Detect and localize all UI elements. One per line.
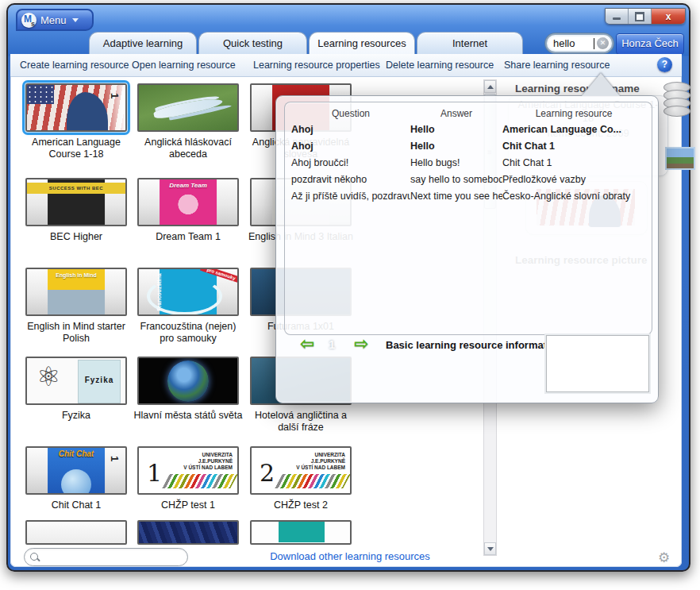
column-answer: Answer [410, 106, 502, 121]
resource-card[interactable]: Hlavní města států světa [132, 357, 244, 422]
page-number: 1 [329, 337, 335, 351]
cover-dream-team: Dream Team [139, 179, 237, 225]
results-list: Question Answer Learning resource AhojHe… [284, 102, 652, 335]
resource-title: BEC Higher [20, 231, 133, 243]
result-row[interactable]: AhojHelloChit Chat 1 [285, 138, 652, 155]
cover-eim-starter: English in Mind [27, 269, 125, 314]
resource-title: Dream Team 1 [132, 231, 244, 243]
cover-chit-chat: Chit Chat [27, 448, 125, 493]
resource-card[interactable]: English in Mind English in Mind starter … [20, 268, 133, 345]
resource-thumbnail [25, 520, 127, 545]
cover-chzp-2: 2 UNIVERZITA J.E.PURKYNĚ V ÚSTÍ NAD LABE… [252, 448, 350, 493]
database-icon[interactable] [663, 82, 692, 117]
chevron-down-icon [72, 18, 79, 22]
toolbar-create-resource[interactable]: Create learning resource [20, 54, 129, 76]
resource-thumbnail: SUCCESS WITH BEC [25, 178, 127, 226]
resource-title: English in Mind starter Polish [20, 321, 133, 345]
toolbar-open-resource[interactable]: Open learning resource [132, 54, 236, 76]
resource-card[interactable]: 2 UNIVERZITA J.E.PURKYNĚ V ÚSTÍ NAD LABE… [244, 446, 357, 511]
clear-search-icon[interactable]: ✕ [597, 37, 609, 49]
resource-card[interactable]: 1 American Language Course 1-18 [20, 83, 133, 160]
resource-thumbnail: Chit Chat 1 [25, 446, 127, 495]
menu-button[interactable]: M s Menu [16, 9, 94, 31]
resource-thumbnail: ⚛ Fyzika [25, 357, 127, 405]
resource-thumbnail [137, 83, 239, 132]
resource-card[interactable]: ⚛ Fyzika Fyzika [20, 357, 133, 422]
tab-adaptive-learning[interactable]: Adaptive learning [89, 32, 197, 54]
resource-title: Francouzština (nejen) pro samouky [132, 321, 244, 345]
popup-callout-arrow [582, 73, 620, 96]
sidebar-name-label: Learning resource name [515, 83, 640, 94]
tab-learning-resources[interactable]: Learning resources [309, 32, 415, 54]
resource-thumbnail [137, 520, 239, 545]
popup-navigation: ⇦ 1 ⇨ Basic learning resource informatio… [284, 336, 651, 399]
result-row[interactable]: Až ji příště uvidíš, pozdravu...Next tim… [285, 188, 652, 205]
tab-quick-testing[interactable]: Quick testing [198, 32, 307, 54]
cover-bec-book: SUCCESS WITH BEC [27, 179, 125, 225]
photo-thumbnail[interactable] [665, 147, 695, 170]
next-page-icon[interactable]: ⇨ [354, 336, 368, 352]
resource-card[interactable]: Dream Team Dream Team 1 [132, 178, 244, 243]
column-resource: Learning resource [502, 106, 645, 121]
resource-thumbnail: English in Mind [25, 268, 127, 316]
window-controls: x [605, 8, 686, 25]
resource-title: Hlavní města států světa [132, 410, 244, 422]
cover-airplane [139, 85, 237, 130]
resource-card[interactable] [20, 520, 133, 545]
result-row[interactable]: Ahoj broučci!Hello bugs!Chit Chat 1 [285, 155, 652, 172]
user-account-button[interactable]: Honza Čech [616, 33, 684, 55]
resource-card[interactable]: Francouzština pro samouky Francouzština … [132, 268, 244, 345]
app-window: M s Menu x Adaptive learning Quick testi… [0, 0, 700, 590]
resource-thumbnail: Dream Team [137, 178, 239, 226]
resource-thumbnail: 1 [25, 83, 127, 132]
results-header-row: Question Answer Learning resource [285, 106, 652, 121]
toolbar-resource-properties[interactable]: Learning resource properties [253, 54, 380, 76]
cover-chzp-1: 1 UNIVERZITA J.E.PURKYNĚ V ÚSTÍ NAD LABE… [139, 448, 237, 493]
search-input[interactable] [553, 37, 594, 49]
resource-thumbnail [137, 357, 239, 405]
resource-thumbnail [250, 520, 352, 545]
resource-card[interactable]: SUCCESS WITH BEC BEC Higher [20, 178, 133, 243]
column-question: Question [291, 106, 410, 121]
resource-title: American Language Course 1-18 [20, 137, 133, 160]
resource-title: CHŽP test 1 [132, 499, 244, 511]
restore-button[interactable] [629, 9, 652, 24]
menu-label: Menu [40, 14, 67, 26]
close-button[interactable]: x [652, 9, 685, 24]
close-icon: x [666, 11, 671, 22]
app-logo-icon: M s [21, 13, 37, 28]
minimize-icon [613, 17, 621, 20]
basic-info-label: Basic learning resource information [386, 339, 563, 351]
result-row[interactable]: AhojHelloAmerican Language Co... [285, 121, 652, 138]
cover-earth [139, 358, 237, 403]
tab-internet[interactable]: Internet [417, 32, 523, 54]
search-box: ✕ [545, 33, 613, 53]
resource-card[interactable] [132, 520, 244, 545]
help-icon[interactable]: ? [657, 57, 672, 72]
cover-french-book: Francouzština pro samouky [139, 269, 237, 314]
resource-title: Anglická hláskovací abeceda [132, 137, 244, 160]
atom-icon: ⚛ [37, 363, 60, 390]
scroll-up-button[interactable] [484, 80, 496, 93]
arrow-up-icon [487, 85, 494, 89]
result-row[interactable]: pozdravit někohosay hello to somebodyPře… [285, 172, 652, 188]
restore-icon [635, 12, 644, 21]
resource-title: Chit Chat 1 [20, 499, 133, 511]
prev-page-icon[interactable]: ⇦ [300, 336, 314, 352]
resource-title: CHŽP test 2 [244, 499, 357, 511]
resource-title: Hotelová angličtina a další fráze [244, 410, 357, 434]
toolbar-delete-resource[interactable]: Delete learning resource [386, 54, 494, 76]
resource-card[interactable]: Anglická hláskovací abeceda [132, 83, 244, 160]
minimize-button[interactable] [606, 9, 629, 24]
cover-american-flag [27, 85, 125, 130]
resource-card[interactable]: 1 UNIVERZITA J.E.PURKYNĚ V ÚSTÍ NAD LABE… [132, 446, 244, 511]
resource-card[interactable] [244, 520, 357, 545]
cover-fyzika: ⚛ Fyzika [27, 358, 125, 403]
text-caret [594, 38, 594, 49]
download-resources-link[interactable]: Download other learning resources [0, 550, 700, 562]
resource-title: Fyzika [20, 410, 133, 422]
resource-thumbnail: 2 UNIVERZITA J.E.PURKYNĚ V ÚSTÍ NAD LABE… [250, 446, 352, 495]
resource-card[interactable]: Chit Chat 1 Chit Chat 1 [20, 446, 133, 511]
gear-icon[interactable]: ⚙ [658, 550, 670, 565]
resource-thumbnail: Francouzština pro samouky [137, 268, 239, 316]
